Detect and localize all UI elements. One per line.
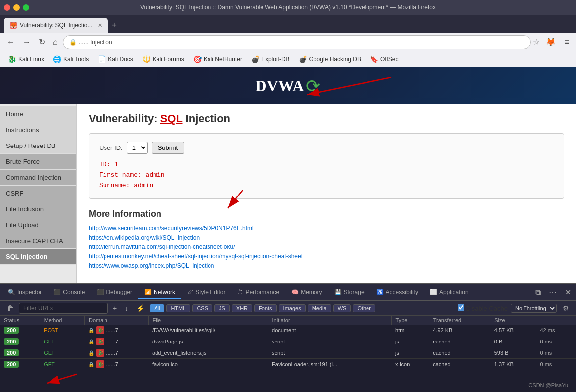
info-link-item: http://www.securiteam.com/securityreview… xyxy=(89,224,564,232)
bookmark-kali-linux[interactable]: 🐉 Kali Linux xyxy=(4,54,48,65)
disable-cache-label[interactable]: Disable Cache xyxy=(458,304,508,312)
home-btn[interactable]: ⌂ xyxy=(50,36,61,49)
reload-btn[interactable]: ↻ xyxy=(36,35,48,49)
disable-cache-checkbox[interactable] xyxy=(458,304,464,311)
filter-html[interactable]: HTML xyxy=(166,304,190,312)
bookmark-exploit-db-label: Exploit-DB xyxy=(262,56,290,63)
devtools-overflow-btn[interactable]: ⋯ xyxy=(546,287,560,298)
network-row-1[interactable]: 200 POST 🔒 🐉 ......7 /DVWA/vulnerabiliti… xyxy=(0,325,576,336)
col-initiator[interactable]: Initiator xyxy=(268,316,391,325)
dvwa-logo-swirl: ⟳ xyxy=(306,76,320,97)
filter-other[interactable]: Other xyxy=(353,304,375,312)
col-status[interactable]: Status xyxy=(0,316,40,325)
bookmark-btn[interactable]: ☆ xyxy=(533,37,540,47)
devtools-tab-console[interactable]: ⬛ Console xyxy=(48,286,91,299)
minimize-window-btn[interactable] xyxy=(13,4,20,11)
col-method[interactable]: Method xyxy=(40,316,84,325)
devtools-tab-style-editor[interactable]: 🖊 Style Editor xyxy=(181,286,231,299)
network-row-4[interactable]: 200 GET 🔒 🐉 ......7 favicon.ico Favico xyxy=(0,359,576,370)
filter-fonts[interactable]: Fonts xyxy=(254,304,277,312)
search-network-btn[interactable]: + xyxy=(110,303,120,313)
network-row-2[interactable]: 200 GET 🔒 🐉 ......7 dvwaPage.js script xyxy=(0,336,576,347)
info-link-5[interactable]: https://www.owasp.org/index.php/SQL_inje… xyxy=(89,262,214,269)
user-id-label: User ID: xyxy=(99,144,123,151)
devtools-tab-accessibility[interactable]: ♿ Accessibility xyxy=(370,286,424,299)
info-link-4[interactable]: http://pentestmonkey.net/cheat-sheet/sql… xyxy=(89,253,303,260)
status-badge-200-3: 200 xyxy=(4,349,19,356)
throttle-select[interactable]: No Throttling xyxy=(511,304,557,313)
info-link-1[interactable]: http://www.securiteam.com/securityreview… xyxy=(89,225,254,232)
menu-btn[interactable]: ≡ xyxy=(562,36,572,49)
sidebar-item-home[interactable]: Home xyxy=(0,106,76,122)
new-tab-btn[interactable]: + xyxy=(108,20,121,31)
devtools-tab-inspector[interactable]: 🔍 Inspector xyxy=(2,286,48,299)
info-link-2[interactable]: https://en.wikipedia.org/wiki/SQL_inject… xyxy=(89,234,200,241)
filter-media[interactable]: Media xyxy=(308,304,331,312)
devtools-tab-memory[interactable]: 🧠 Memory xyxy=(285,286,328,299)
row2-file: dvwaPage.js xyxy=(148,336,268,347)
devtools-tab-debugger[interactable]: ⬛ Debugger xyxy=(91,286,138,299)
row3-size: 593 B xyxy=(490,347,536,359)
row1-status: 200 xyxy=(0,325,40,336)
devtools-dock-btn[interactable]: ⧉ xyxy=(532,287,544,298)
devtools-tab-performance[interactable]: ⏱ Performance xyxy=(231,286,285,299)
user-id-select[interactable]: 1 2 3 xyxy=(127,142,148,154)
sidebar-item-file-inclusion[interactable]: File Inclusion xyxy=(0,201,76,217)
col-size[interactable]: Size xyxy=(490,316,536,325)
info-link-3[interactable]: http://ferruh.mavituna.com/sql-injection… xyxy=(89,244,235,250)
clear-network-btn[interactable]: 🗑 xyxy=(4,303,17,313)
maximize-window-btn[interactable] xyxy=(23,4,29,11)
sidebar-item-insecure-captcha[interactable]: Insecure CAPTCHA xyxy=(0,233,76,249)
row4-status: 200 xyxy=(0,359,40,370)
bookmark-exploit-db[interactable]: 💣 Exploit-DB xyxy=(247,54,294,65)
sidebar-item-sql-injection[interactable]: SQL Injection xyxy=(0,249,76,265)
sidebar-item-setup[interactable]: Setup / Reset DB xyxy=(0,138,76,154)
submit-btn[interactable]: Submit xyxy=(152,142,184,154)
col-transferred[interactable]: Transferred xyxy=(429,316,490,325)
devtools-tab-storage[interactable]: 💾 Storage xyxy=(328,286,370,299)
browser-tab-active[interactable]: 🦊 Vulnerability: SQL Injectio... ✕ xyxy=(4,18,108,33)
bookmark-offsec[interactable]: 🔖 OffSec xyxy=(366,54,402,65)
network-settings-btn[interactable]: ⚙ xyxy=(560,303,572,313)
row2-status: 200 xyxy=(0,336,40,347)
status-badge-200: 200 xyxy=(4,327,19,334)
bookmark-google-hacking[interactable]: 💣 Google Hacking DB xyxy=(295,54,365,65)
result-line3: Surname: admin xyxy=(99,181,554,191)
filter-ws[interactable]: WS xyxy=(333,304,351,312)
col-waterfall[interactable] xyxy=(536,316,576,325)
page-title-sql: SQL xyxy=(160,112,183,125)
back-btn[interactable]: ← xyxy=(4,36,18,49)
sidebar-item-instructions[interactable]: Instructions xyxy=(0,122,76,138)
lock-icon-4: 🔒 xyxy=(88,362,94,367)
devtools-close-btn[interactable]: ✕ xyxy=(562,287,574,298)
forward-btn[interactable]: → xyxy=(20,36,34,49)
bookmark-kali-tools[interactable]: 🌐 Kali Tools xyxy=(49,54,93,65)
devtools-tab-application[interactable]: ⬜ Application xyxy=(424,286,474,299)
export-network-btn[interactable]: ⚡ xyxy=(133,303,148,313)
bookmark-kali-docs[interactable]: 📄 Kali Docs xyxy=(94,54,137,65)
tab-close-btn[interactable]: ✕ xyxy=(98,22,102,29)
sidebar-item-command-injection[interactable]: Command Injection xyxy=(0,170,76,186)
sidebar-item-csrf[interactable]: CSRF xyxy=(0,186,76,201)
bookmark-kali-nethunter[interactable]: 🎯 Kali NetHunter xyxy=(189,54,246,65)
bookmark-kali-forums[interactable]: 🔱 Kali Forums xyxy=(138,54,188,65)
filter-css[interactable]: CSS xyxy=(192,304,212,312)
import-network-btn[interactable]: ↓ xyxy=(122,303,131,313)
filter-images[interactable]: Images xyxy=(279,304,306,312)
col-file[interactable]: File xyxy=(148,316,268,325)
sidebar-item-file-upload[interactable]: File Upload xyxy=(0,217,76,233)
filter-xhr[interactable]: XHR xyxy=(232,304,252,312)
col-domain[interactable]: Domain xyxy=(84,316,148,325)
network-filter-input[interactable] xyxy=(19,303,108,314)
extensions-btn[interactable]: 🦊 xyxy=(543,35,559,49)
row4-method: GET xyxy=(40,359,84,370)
sidebar-item-brute-force[interactable]: Brute Force xyxy=(0,154,76,170)
col-type[interactable]: Type xyxy=(391,316,429,325)
network-row-3[interactable]: 200 GET 🔒 🐉 ......7 add_event_listeners.… xyxy=(0,347,576,359)
devtools-tab-network[interactable]: 📶 Network xyxy=(138,286,181,299)
close-window-btn[interactable] xyxy=(4,4,10,11)
url-bar[interactable]: 🔒 ...... Injection xyxy=(63,35,531,49)
filter-all[interactable]: All xyxy=(150,304,164,312)
filter-js[interactable]: JS xyxy=(214,304,230,312)
row2-type: js xyxy=(391,336,429,347)
